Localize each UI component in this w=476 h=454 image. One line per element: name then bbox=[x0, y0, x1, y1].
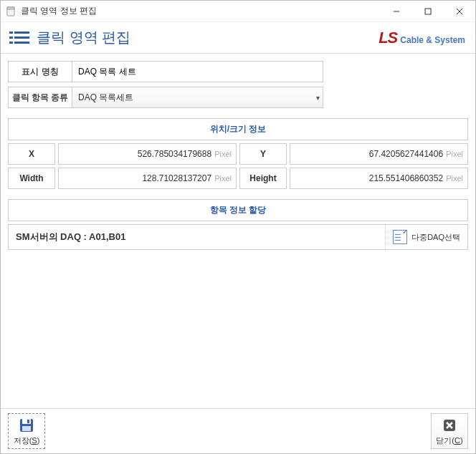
close-button[interactable]: 닫기(C) bbox=[431, 413, 468, 449]
save-button[interactable]: 저장(S) bbox=[8, 413, 45, 449]
chevron-down-icon: ▾ bbox=[316, 94, 320, 102]
click-type-label: 클릭 항목 종류 bbox=[8, 87, 72, 108]
unit-label: Pixel bbox=[446, 174, 463, 183]
svg-rect-3 bbox=[425, 9, 431, 14]
assign-section-title: 항목 정보 할당 bbox=[8, 199, 468, 221]
logo-main: LS bbox=[379, 29, 397, 47]
app-icon bbox=[5, 6, 16, 17]
svg-rect-1 bbox=[7, 7, 14, 9]
header: 클릭 영역 편집 LS Cable & System bbox=[1, 22, 475, 54]
x-label: X bbox=[8, 143, 55, 165]
save-icon bbox=[18, 417, 35, 434]
display-name-label: 표시 명칭 bbox=[8, 61, 72, 82]
assign-text: SM서버의 DAQ : A01,B01 bbox=[9, 225, 385, 249]
window-title: 클릭 영역 정보 편집 bbox=[21, 5, 381, 17]
click-type-select[interactable]: DAQ 목록세트 ▾ bbox=[72, 87, 323, 108]
width-label: Width bbox=[8, 168, 55, 189]
display-name-input[interactable] bbox=[78, 67, 317, 77]
height-label: Height bbox=[239, 168, 287, 189]
logo-sub: Cable & System bbox=[400, 35, 465, 45]
checklist-icon bbox=[393, 230, 407, 244]
svg-rect-6 bbox=[9, 32, 13, 34]
y-value: 67.4205627441406 bbox=[369, 149, 443, 159]
svg-rect-7 bbox=[14, 32, 29, 34]
logo: LS Cable & System bbox=[379, 29, 465, 47]
click-type-value: DAQ 목록세트 bbox=[78, 92, 133, 104]
width-value-field[interactable]: 128.71028137207 Pixel bbox=[58, 168, 237, 189]
svg-rect-9 bbox=[14, 37, 29, 39]
menu-icon bbox=[9, 30, 29, 46]
close-window-button[interactable] bbox=[444, 1, 475, 21]
maximize-button[interactable] bbox=[412, 1, 444, 21]
unit-label: Pixel bbox=[214, 150, 232, 158]
height-value-field[interactable]: 215.551406860352 Pixel bbox=[290, 168, 468, 189]
close-icon bbox=[441, 417, 458, 434]
save-label: 저장(S) bbox=[14, 435, 40, 446]
multi-daq-select-button[interactable]: 다중DAQ선택 bbox=[385, 225, 467, 249]
page-title: 클릭 영역 편집 bbox=[37, 28, 379, 47]
position-section-title: 위치/크기 정보 bbox=[8, 118, 468, 140]
width-value: 128.71028137207 bbox=[142, 173, 211, 183]
svg-rect-13 bbox=[22, 419, 31, 424]
svg-rect-11 bbox=[14, 42, 29, 44]
y-value-field[interactable]: 67.4205627441406 Pixel bbox=[290, 143, 468, 165]
titlebar: 클릭 영역 정보 편집 bbox=[1, 1, 475, 22]
svg-rect-14 bbox=[27, 420, 29, 423]
unit-label: Pixel bbox=[214, 174, 232, 183]
close-label: 닫기(C) bbox=[436, 435, 462, 446]
svg-rect-8 bbox=[9, 37, 13, 39]
minimize-button[interactable] bbox=[381, 1, 412, 21]
x-value-field[interactable]: 526.785034179688 Pixel bbox=[58, 143, 237, 165]
y-label: Y bbox=[239, 143, 287, 165]
multi-daq-label: 다중DAQ선택 bbox=[411, 232, 460, 243]
svg-rect-10 bbox=[9, 42, 13, 44]
svg-rect-15 bbox=[22, 426, 31, 431]
height-value: 215.551406860352 bbox=[369, 173, 443, 183]
x-value: 526.785034179688 bbox=[138, 149, 211, 159]
unit-label: Pixel bbox=[446, 150, 463, 158]
